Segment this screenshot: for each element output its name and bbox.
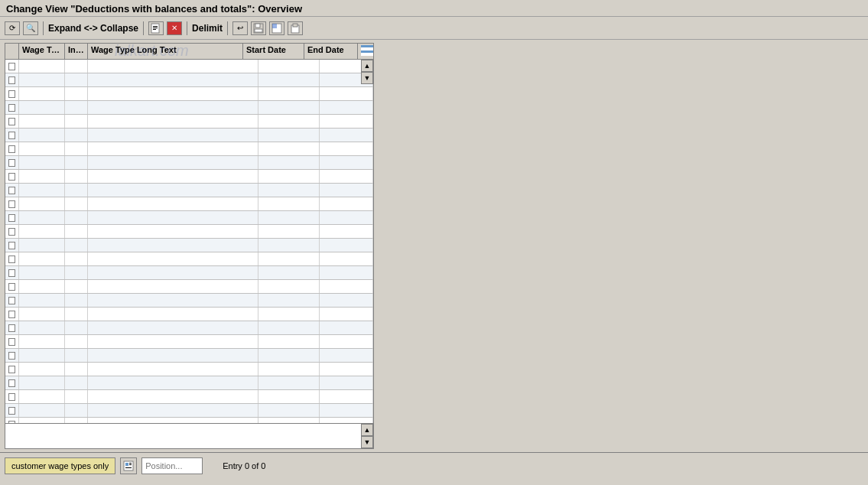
row-select-cell[interactable] — [5, 404, 19, 417]
scroll-down-btn[interactable]: ▼ — [361, 72, 373, 84]
table-row[interactable] — [5, 184, 373, 197]
table-row[interactable] — [5, 73, 373, 87]
table-row[interactable] — [5, 101, 373, 115]
row-select-cell[interactable] — [5, 60, 19, 73]
row-checkbox[interactable] — [8, 76, 15, 84]
check-icon[interactable] — [269, 21, 284, 35]
table-row[interactable] — [5, 115, 373, 129]
table-row[interactable] — [5, 294, 373, 308]
table-row[interactable] — [5, 170, 373, 184]
row-select-cell[interactable] — [5, 280, 19, 293]
table-row[interactable] — [5, 87, 373, 101]
table-row[interactable] — [5, 129, 373, 142]
row-checkbox[interactable] — [8, 366, 15, 373]
row-checkbox[interactable] — [8, 421, 15, 424]
table-row[interactable] — [5, 197, 373, 211]
row-select-cell[interactable] — [5, 184, 19, 197]
col-header-settings[interactable] — [358, 44, 373, 59]
row-select-cell[interactable] — [5, 156, 19, 169]
row-checkbox[interactable] — [8, 228, 15, 236]
row-checkbox[interactable] — [8, 256, 15, 263]
table-row[interactable] — [5, 363, 373, 376]
row-checkbox[interactable] — [8, 393, 15, 401]
table-row[interactable] — [5, 280, 373, 294]
row-checkbox[interactable] — [8, 214, 15, 222]
row-select-cell[interactable] — [5, 211, 19, 224]
row-select-cell[interactable] — [5, 308, 19, 321]
row-select-cell[interactable] — [5, 376, 19, 389]
row-checkbox[interactable] — [8, 352, 15, 360]
row-checkbox[interactable] — [8, 324, 15, 332]
row-select-cell[interactable] — [5, 87, 19, 100]
table-row[interactable] — [5, 211, 373, 225]
new-entries-icon[interactable] — [148, 21, 164, 35]
table-row[interactable] — [5, 239, 373, 252]
row-select-cell[interactable] — [5, 252, 19, 265]
row-select-cell[interactable] — [5, 197, 19, 210]
refresh-icon[interactable]: ⟳ — [5, 21, 20, 35]
table-row[interactable] — [5, 349, 373, 363]
position-input[interactable] — [141, 457, 203, 474]
table-row[interactable] — [5, 252, 373, 266]
row-checkbox[interactable] — [8, 187, 15, 194]
column-settings-icon[interactable] — [361, 45, 373, 56]
row-select-cell[interactable] — [5, 363, 19, 376]
row-checkbox[interactable] — [8, 407, 15, 415]
row-checkbox[interactable] — [8, 132, 15, 139]
table-row[interactable] — [5, 225, 373, 239]
table-row[interactable] — [5, 308, 373, 321]
row-select-cell[interactable] — [5, 225, 19, 238]
row-checkbox[interactable] — [8, 173, 15, 181]
row-checkbox[interactable] — [8, 297, 15, 304]
position-icon-btn[interactable] — [120, 457, 137, 474]
table-row[interactable] — [5, 376, 373, 390]
row-select-cell[interactable] — [5, 349, 19, 362]
row-checkbox[interactable] — [8, 242, 15, 249]
hscroll-left-btn[interactable]: ▲ — [361, 424, 373, 436]
row-checkbox[interactable] — [8, 283, 15, 291]
table-row[interactable] — [5, 60, 373, 73]
table-row[interactable] — [5, 390, 373, 404]
table-body[interactable] — [5, 60, 373, 423]
search-icon[interactable]: 🔍 — [23, 21, 38, 35]
row-checkbox[interactable] — [8, 104, 15, 112]
delete-icon[interactable]: ✕ — [167, 21, 182, 35]
row-select-cell[interactable] — [5, 321, 19, 334]
row-checkbox[interactable] — [8, 269, 15, 277]
table-row[interactable] — [5, 335, 373, 349]
save-icon[interactable] — [251, 21, 266, 35]
table-row[interactable] — [5, 142, 373, 156]
row-checkbox[interactable] — [8, 379, 15, 387]
row-select-cell[interactable] — [5, 335, 19, 348]
row-checkbox[interactable] — [8, 311, 15, 318]
row-select-cell[interactable] — [5, 129, 19, 142]
row-checkbox[interactable] — [8, 118, 15, 125]
row-select-cell[interactable] — [5, 390, 19, 403]
row-checkbox[interactable] — [8, 145, 15, 153]
row-checkbox[interactable] — [8, 338, 15, 346]
table-row[interactable] — [5, 321, 373, 335]
row-select-cell[interactable] — [5, 266, 19, 279]
row-select-cell[interactable] — [5, 239, 19, 252]
row-select-cell[interactable] — [5, 418, 19, 423]
row-checkbox[interactable] — [8, 63, 15, 70]
row-checkbox[interactable] — [8, 159, 15, 167]
scroll-up-btn[interactable]: ▲ — [361, 60, 373, 72]
table-row[interactable] — [5, 156, 373, 170]
row-select-cell[interactable] — [5, 73, 19, 86]
row-select-cell[interactable] — [5, 142, 19, 155]
table-row[interactable] — [5, 266, 373, 280]
row-checkbox[interactable] — [8, 90, 15, 98]
row-select-cell[interactable] — [5, 115, 19, 128]
undo-icon[interactable]: ↩ — [232, 21, 248, 35]
customer-wage-types-button[interactable]: customer wage types only — [5, 457, 115, 474]
scroll-controls[interactable]: ▲ ▼ — [361, 60, 373, 84]
row-checkbox[interactable] — [8, 200, 15, 208]
row-select-cell[interactable] — [5, 101, 19, 114]
row-select-cell[interactable] — [5, 170, 19, 183]
table-row[interactable] — [5, 418, 373, 423]
clipboard-icon[interactable] — [288, 21, 303, 35]
row-select-cell[interactable] — [5, 294, 19, 307]
table-row[interactable] — [5, 404, 373, 418]
hscroll-right-btn[interactable]: ▼ — [361, 436, 373, 448]
